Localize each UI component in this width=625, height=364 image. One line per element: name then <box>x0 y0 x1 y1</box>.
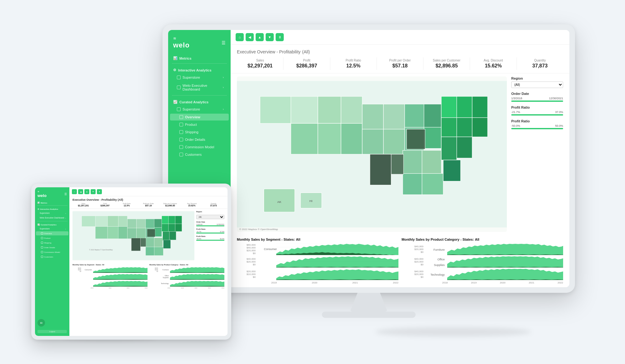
tablet-segment-charts: $60K $30K $0 Consumer <box>72 267 148 289</box>
furniture-row: $40,000 $20,000 $0 Furniture <box>402 243 563 255</box>
tablet-hamburger[interactable]: ☰ <box>64 193 67 196</box>
monitor-base <box>322 312 416 318</box>
sidebar-item-welo-executive[interactable]: Welo Executive Dashboard › <box>170 82 229 93</box>
sidebar-sub-product[interactable]: Product <box>170 121 229 128</box>
svg-rect-6 <box>341 123 362 154</box>
svg-rect-70 <box>146 219 154 228</box>
svg-rect-10 <box>383 104 405 129</box>
svg-rect-24 <box>441 137 457 160</box>
hamburger-menu[interactable]: ☰ <box>222 40 226 45</box>
corporate-row: $40,000 $20,000 $0 <box>237 256 398 268</box>
tablet-date-slider[interactable] <box>196 225 224 226</box>
toolbar-filter-btn[interactable]: ▼ <box>266 33 274 41</box>
svg-rect-14 <box>424 104 442 127</box>
svg-rect-23 <box>422 150 441 174</box>
sidebar-sub-shipping[interactable]: Shipping <box>170 129 229 135</box>
svg-rect-89 <box>140 238 146 247</box>
svg-marker-93 <box>93 274 148 280</box>
shipping-icon <box>179 130 183 134</box>
order-date-slider[interactable] <box>511 101 563 102</box>
svg-marker-91 <box>93 267 148 273</box>
curated-icon: 📈 <box>173 100 178 104</box>
toolbar-forward-btn[interactable]: ▲ <box>256 33 264 41</box>
sidebar-sub-customers[interactable]: Customers <box>170 151 229 158</box>
sidebar-item-superstore-curated[interactable]: Superstore › <box>170 106 229 113</box>
tablet-segment-panel: Monthly Sales by Segment - States: All $… <box>72 264 148 333</box>
tablet-us-map: © 2022 Mapbox © OpenStreetMap <box>72 211 194 261</box>
tablet-logout-btn[interactable]: Logout <box>38 330 67 333</box>
tablet-sidebar-welo-exec[interactable]: Welo Executive Dashboard › <box>36 216 68 220</box>
tablet-region-select[interactable]: (All) <box>196 215 224 219</box>
sidebar-sub-overview[interactable]: Overview <box>170 114 229 121</box>
tablet-sub-product[interactable]: Product <box>36 236 68 240</box>
tablet-sub-overview[interactable]: Overview <box>36 231 68 235</box>
svg-rect-18 <box>472 96 488 118</box>
home-office-row: $20,000 $10,000 $0 <box>237 268 398 280</box>
dashboard-header: Executive Overview - Profitability (All) <box>231 45 569 57</box>
tablet-category-charts: $40K $20K $0 Furniture <box>149 267 224 289</box>
charts-row: Monthly Sales by Segment - States: All $… <box>231 235 569 287</box>
tablet-sidebar-superstore-curated[interactable]: Superstore › <box>36 227 68 231</box>
profit-ratio-1-slider[interactable] <box>511 114 563 116</box>
tablet-curated-label: 📈Curated Analytics <box>35 222 69 226</box>
region-select[interactable]: (All) <box>511 81 563 88</box>
kpi-sales: Sales $2,297,201 <box>237 57 283 70</box>
toolbar: ⌂ ◀ ▲ ▼ ⏸ <box>231 30 569 45</box>
segment-chart-title: Monthly Sales by Segment - States: All <box>237 238 398 241</box>
tablet-forward-btn[interactable]: ▲ <box>84 189 89 194</box>
svg-rect-80 <box>146 238 154 247</box>
sidebar-sub-commission[interactable]: Commission Model <box>170 144 229 150</box>
tablet-filter-btn[interactable]: ▼ <box>91 189 96 194</box>
svg-rect-69 <box>137 228 146 239</box>
corporate-chart <box>276 256 398 268</box>
office-supplies-row: $40,000 $20,000 $0 Office Supplies <box>402 256 563 268</box>
tablet-kpi-ratio: Profit Ratio 12.5% <box>116 203 138 207</box>
logo: ≋ welo <box>173 36 190 49</box>
svg-rect-66 <box>128 219 137 228</box>
tablet-kpi-row: Sales $2,297,201 Profit $286,397 Profit … <box>69 203 228 209</box>
svg-rect-72 <box>154 219 162 227</box>
tablet-sidebar-superstore-interactive[interactable]: Superstore › <box>36 211 68 215</box>
tablet-corporate-row <box>72 273 148 280</box>
tablet-kpi-quantity: Quantity 37,873 <box>203 203 224 207</box>
tablet-kpi-profit: Profit $286,397 <box>94 203 116 207</box>
category-chart-title: Monthly Sales by Product Category - Stat… <box>402 238 563 241</box>
svg-text:HI: HI <box>309 199 312 203</box>
tablet-sub-customers[interactable]: Customers <box>36 255 68 259</box>
tablet-sub-commission[interactable]: Commission Model <box>36 250 68 254</box>
kpi-profit-ratio: Profit Ratio 12.5% <box>330 57 377 70</box>
filter-panel: Region (All) Order Date 1/3/2018 12/30/2… <box>507 76 563 232</box>
tablet-ratio-1-slider[interactable] <box>196 233 224 234</box>
toolbar-home-btn[interactable]: ⌂ <box>236 33 244 41</box>
tablet-sub-order-details[interactable]: Order Details <box>36 245 68 249</box>
kpi-row: Sales $2,297,201 Profit $286,397 Profit … <box>231 57 569 73</box>
svg-rect-62 <box>95 227 108 239</box>
svg-rect-59 <box>82 216 95 227</box>
sidebar-sub-order-details[interactable]: Order Details <box>170 136 229 143</box>
sidebar-section-metrics: 📊 Metrics <box>168 54 231 61</box>
svg-rect-2 <box>291 96 318 123</box>
tablet-pause-btn[interactable]: ⏸ <box>97 189 102 194</box>
tablet-filter-region: Region (All) <box>196 211 224 219</box>
consumer-row: $60,000 $40,000 $20,000 $0 Consumer <box>237 243 398 255</box>
tablet-back-btn[interactable]: ◀ <box>78 189 83 194</box>
tablet-home-btn[interactable]: ⌂ <box>72 189 77 194</box>
toolbar-pause-btn[interactable]: ⏸ <box>276 33 284 41</box>
tablet-customers-icon <box>41 256 43 258</box>
svg-rect-84 <box>146 247 154 255</box>
tablet-sub-shipping[interactable]: Shipping <box>36 241 68 245</box>
tablet-dashboard-header: Executive Overview - Profitability (All) <box>69 196 228 203</box>
chevron-exec-icon: › <box>223 86 224 89</box>
tablet-filter-ratio-1: Profit Ratio -21.7% 37.0% <box>196 228 224 234</box>
toolbar-back-btn[interactable]: ◀ <box>246 33 254 41</box>
profit-ratio-2-slider[interactable] <box>511 128 563 129</box>
sidebar-item-superstore-interactive[interactable]: Superstore › <box>170 74 229 81</box>
tablet-filter-date: Order Date 1/3/2018 12/30/2021 <box>196 221 224 226</box>
superstore-interactive-icon <box>177 76 181 79</box>
tablet-ratio-2-slider[interactable] <box>196 240 224 241</box>
svg-text:© 2022 Mapbox © OpenStreetMap: © 2022 Mapbox © OpenStreetMap <box>89 249 113 251</box>
svg-marker-45 <box>276 256 398 268</box>
svg-rect-73 <box>154 228 162 237</box>
filter-region: Region (All) <box>511 76 563 88</box>
product-icon <box>179 123 183 126</box>
